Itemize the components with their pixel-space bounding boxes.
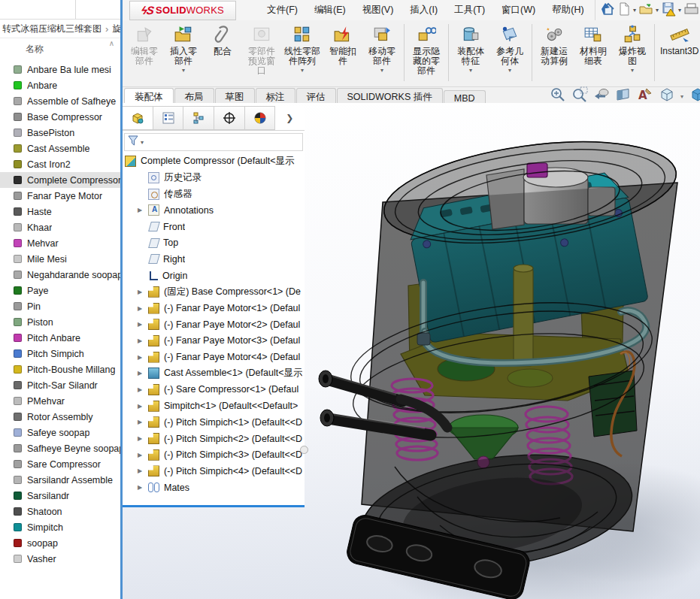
instant3d-button[interactable]: Instant3D: [657, 23, 700, 64]
list-item[interactable]: Khaar: [0, 219, 120, 235]
assembly-features-button[interactable]: 装配体 特征 ▾: [451, 23, 490, 74]
list-item[interactable]: Assemble of Safheye: [0, 93, 120, 109]
list-item[interactable]: Anbare: [0, 77, 120, 93]
tab-dimxpertmanager[interactable]: [214, 106, 245, 130]
tree-row[interactable]: ▶ Simpitch<1> (Default<<Default>: [123, 398, 305, 414]
insert-component-button[interactable]: 插入零 部件 ▾: [164, 23, 203, 74]
list-item[interactable]: Pitch Anbare: [0, 330, 120, 346]
list-item[interactable]: BasePiston: [0, 125, 120, 141]
open-caret[interactable]: ▾: [656, 7, 659, 14]
compressor-3d-model[interactable]: [305, 106, 700, 599]
linear-component-pattern-button[interactable]: 线性零部 件阵列 ▾: [281, 23, 323, 74]
list-item[interactable]: Haste: [0, 204, 120, 219]
tree-filter[interactable]: ▾: [124, 133, 303, 151]
panel-tabs-expand-arrow[interactable]: ❯: [274, 106, 305, 130]
list-item[interactable]: Complete Compressor: [0, 172, 120, 188]
exploded-view-button[interactable]: 爆炸视 图 ▾: [613, 23, 652, 74]
list-item[interactable]: Sarsilandr Assemble: [0, 472, 120, 488]
list-item[interactable]: Safeye soopap: [0, 425, 120, 440]
expand-arrow-icon[interactable]: ▶: [138, 467, 148, 474]
list-item[interactable]: Shatoon: [0, 504, 120, 519]
expand-arrow-icon[interactable]: ▶: [138, 419, 148, 425]
dropdown-caret[interactable]: ▾: [182, 67, 185, 74]
show-hidden-components-button[interactable]: 显示隐 藏的零 部件: [407, 23, 446, 83]
list-item[interactable]: Mile Mesi: [0, 251, 120, 267]
tree-row[interactable]: ▶ (固定) Base Compressor<1> (De: [123, 284, 305, 301]
tab-propertymanager[interactable]: [153, 106, 184, 130]
list-item[interactable]: Pitch Simpich: [0, 346, 120, 362]
open-icon[interactable]: [638, 2, 653, 20]
tree-row[interactable]: ▶ Right: [123, 251, 305, 268]
list-item[interactable]: Paye: [0, 283, 120, 298]
print-icon[interactable]: [683, 2, 700, 20]
home-icon[interactable]: [601, 2, 616, 20]
tree-row[interactable]: ▶ Complete Compressor (Default<显示: [123, 153, 305, 170]
list-item[interactable]: Simpitch: [0, 519, 120, 535]
expand-arrow-icon[interactable]: ▶: [138, 403, 148, 410]
menu-item[interactable]: 文件(F): [259, 0, 306, 20]
list-item[interactable]: Fanar Paye Motor: [0, 188, 120, 204]
list-item[interactable]: Pitch-Boushe Millang: [0, 362, 120, 377]
new-motion-study-button[interactable]: 新建运 动算例: [535, 23, 574, 74]
list-item[interactable]: Pin: [0, 298, 120, 314]
list-item[interactable]: Safheye Beyne soopap: [0, 440, 120, 456]
tree-row[interactable]: ▶ Annotations: [123, 202, 305, 219]
name-column-header[interactable]: 名称 ∧: [0, 38, 120, 59]
expand-arrow-icon[interactable]: ▶: [138, 386, 148, 393]
menu-item[interactable]: 插入(I): [402, 0, 446, 20]
list-item[interactable]: Vasher: [0, 551, 120, 567]
list-item[interactable]: Negahdarande soopap: [0, 267, 120, 283]
filter-caret[interactable]: ▾: [141, 139, 144, 146]
list-item[interactable]: Base Compressor: [0, 109, 120, 125]
tree-row[interactable]: ▶ (-) Fanar Paye Motor<3> (Defaul: [123, 333, 305, 349]
tree-row[interactable]: ▶ (-) Fanar Paye Motor<1> (Defaul: [123, 300, 305, 316]
list-item[interactable]: soopap: [0, 535, 120, 551]
dropdown-caret[interactable]: ▾: [631, 67, 634, 74]
list-item[interactable]: Sare Compressor: [0, 456, 120, 472]
tree-row[interactable]: ▶ Front: [123, 219, 305, 235]
view-orientation-caret[interactable]: ▾: [680, 93, 683, 100]
tab-featuremanager[interactable]: [123, 106, 153, 130]
expand-arrow-icon[interactable]: ▶: [138, 435, 148, 442]
tree-row[interactable]: ▶ (-) Pitch Simpich<1> (Default<<D: [123, 414, 305, 431]
menu-item[interactable]: 工具(T): [446, 0, 493, 20]
tree-row[interactable]: ▶ Mates: [123, 480, 305, 496]
list-item[interactable]: Rotor Assembly: [0, 409, 120, 425]
new-document-icon[interactable]: [617, 2, 631, 20]
menu-item[interactable]: 帮助(H): [544, 0, 592, 20]
breadcrumb[interactable]: 转式冰箱压缩机三维套图 › 旋: [0, 20, 120, 38]
move-component-button[interactable]: 移动零 部件 ▾: [362, 23, 402, 74]
tree-row[interactable]: ▶ 传感器: [123, 186, 305, 202]
tree-row[interactable]: ▶ (-) Pitch Simpich<2> (Default<<D: [123, 431, 305, 447]
save-icon[interactable]: [661, 2, 676, 20]
expand-arrow-icon[interactable]: ▶: [138, 321, 148, 328]
expand-arrow-icon[interactable]: ▶: [138, 337, 148, 344]
breadcrumb-folder[interactable]: 转式冰箱压缩机三维套图: [2, 23, 102, 35]
expand-arrow-icon[interactable]: ▶: [138, 484, 148, 491]
tree-row[interactable]: ▶ (-) Sare Compressor<1> (Defaul: [123, 382, 305, 398]
expand-arrow-icon[interactable]: ▶: [138, 289, 148, 295]
graphics-viewport[interactable]: ❯ ▾ ▶ Complete Compressor (Default<显示 ▶: [123, 103, 700, 599]
tree-row[interactable]: ▶ Top: [123, 234, 305, 251]
menu-item[interactable]: 视图(V): [354, 0, 402, 20]
expand-arrow-icon[interactable]: ▶: [138, 370, 148, 377]
panel-collapse-handle[interactable]: [300, 446, 308, 454]
edit-component-button[interactable]: 编辑零 部件: [125, 23, 164, 74]
list-item[interactable]: Pitch-Sar Silandr: [0, 377, 120, 393]
tree-row[interactable]: ▶ Origin: [123, 268, 305, 284]
expand-arrow-icon[interactable]: ▶: [138, 305, 148, 312]
list-item[interactable]: PMehvar: [0, 393, 120, 409]
breadcrumb-next-folder[interactable]: 旋: [112, 23, 120, 35]
reference-geometry-button[interactable]: 参考几 何体 ▾: [490, 23, 529, 74]
tree-row[interactable]: ▶ (-) Fanar Paye Motor<2> (Defaul: [123, 316, 305, 333]
smart-fasteners-button[interactable]: 智能扣 件: [323, 23, 362, 74]
expand-arrow-icon[interactable]: ▶: [138, 207, 148, 213]
panel-splitter[interactable]: [123, 505, 305, 507]
tree-row[interactable]: ▶ (-) Fanar Paye Motor<4> (Defaul: [123, 349, 305, 365]
save-caret[interactable]: ▾: [678, 7, 681, 14]
menu-item[interactable]: 窗口(W): [493, 0, 544, 20]
list-item[interactable]: Cast Iron2: [0, 156, 120, 172]
list-item[interactable]: Anbare Ba lule mesi: [0, 62, 120, 77]
list-item[interactable]: Piston: [0, 314, 120, 330]
expand-arrow-icon[interactable]: ▶: [138, 452, 148, 458]
